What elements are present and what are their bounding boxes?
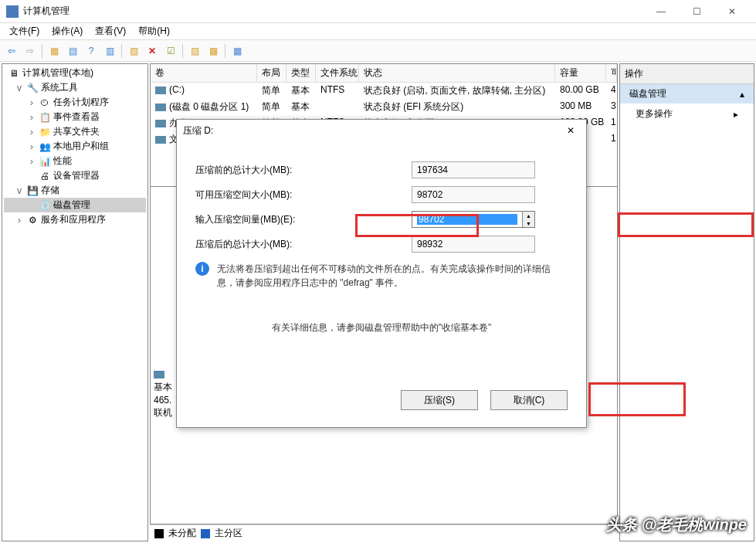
tree-label: 计算机管理(本地) xyxy=(22,66,93,80)
tree-shared-folders[interactable]: ›📁共享文件夹 xyxy=(4,124,146,139)
tree-label: 设备管理器 xyxy=(53,169,100,182)
spinner-up[interactable]: ▲ xyxy=(522,212,534,219)
expand-icon[interactable]: › xyxy=(27,127,36,137)
caret-up-icon: ▴ xyxy=(740,89,744,100)
tree-storage[interactable]: v💾存储 xyxy=(4,183,146,198)
collapse-icon[interactable]: v xyxy=(15,185,24,196)
legend: 未分配 主分区 xyxy=(150,524,618,541)
dialog-titlebar: 压缩 D: ✕ xyxy=(177,120,586,141)
tree-services[interactable]: ›⚙服务和应用程序 xyxy=(4,212,146,227)
menu-bar: 文件(F) 操作(A) 查看(V) 帮助(H) xyxy=(0,23,756,40)
forward-button[interactable]: ⇨ xyxy=(22,42,39,59)
tree-label: 存储 xyxy=(41,184,59,197)
actions-section-label: 磁盘管理 xyxy=(629,87,666,100)
toolbar: ⇦ ⇨ ▦ ▤ ? ▥ ▧ ✕ ☑ ▨ ▩ ▦ xyxy=(0,40,756,62)
available-size-value: 98702 xyxy=(412,186,535,203)
info-text-2: 有关详细信息，请参阅磁盘管理帮助中的"收缩基本卷" xyxy=(272,321,492,334)
tree-label: 事件查看器 xyxy=(53,110,100,124)
col-volume[interactable]: 卷 xyxy=(151,64,257,82)
menu-help[interactable]: 帮助(H) xyxy=(132,23,176,39)
navigation-tree: 🖥计算机管理(本地) v🔧系统工具 ›⏲任务计划程序 ›📋事件查看器 ›📁共享文… xyxy=(2,63,148,541)
disk-icon xyxy=(154,371,164,378)
delete-icon: ✕ xyxy=(148,46,156,56)
col-extra[interactable]: 可 xyxy=(606,64,617,82)
disk-icon: 💿 xyxy=(39,199,51,212)
app-icon xyxy=(6,5,19,18)
cancel-button[interactable]: 取消(C) xyxy=(490,390,568,410)
col-capacity[interactable]: 容量 xyxy=(555,64,606,82)
actions-header: 操作 xyxy=(620,64,754,84)
tree-disk-management[interactable]: 💿磁盘管理 xyxy=(4,198,146,212)
arrow-left-icon: ⇦ xyxy=(8,46,15,56)
tb-btn-2[interactable]: ▤ xyxy=(64,42,81,59)
device-icon: 🖨 xyxy=(39,170,51,182)
legend-unallocated-label: 未分配 xyxy=(168,527,196,540)
col-status[interactable]: 状态 xyxy=(359,64,555,82)
col-layout[interactable]: 布局 xyxy=(257,64,286,82)
collapse-icon[interactable]: v xyxy=(15,83,24,93)
after-size-label: 压缩后的总计大小(MB): xyxy=(195,238,412,251)
actions-more[interactable]: 更多操作▸ xyxy=(620,104,754,124)
clock-icon: ⏲ xyxy=(39,97,51,109)
tree-local-users[interactable]: ›👥本地用户和组 xyxy=(4,139,146,154)
dialog-title: 压缩 D: xyxy=(183,124,561,137)
computer-icon: 🖥 xyxy=(8,67,20,80)
volume-row[interactable]: (C:)简单基本NTFS状态良好 (启动, 页面文件, 故障转储, 主分区)80… xyxy=(151,83,617,99)
input-size-label: 输入压缩空间量(MB)(E): xyxy=(195,213,412,226)
actions-section[interactable]: 磁盘管理▴ xyxy=(620,84,754,104)
tree-label: 服务和应用程序 xyxy=(41,213,106,226)
tree-label: 本地用户和组 xyxy=(53,140,109,153)
tree-performance[interactable]: ›📊性能 xyxy=(4,154,146,168)
disk-info: 基本 465. 联机 xyxy=(154,368,172,414)
shrink-dialog: 压缩 D: ✕ 压缩前的总计大小(MB): 197634 可用压缩空间大小(MB… xyxy=(176,119,587,428)
available-size-label: 可用压缩空间大小(MB): xyxy=(195,188,412,202)
tb-btn-8[interactable]: ▨ xyxy=(186,42,203,59)
col-fs[interactable]: 文件系统 xyxy=(316,64,359,82)
menu-view[interactable]: 查看(V) xyxy=(89,23,132,39)
delete-button[interactable]: ✕ xyxy=(144,42,161,59)
tree-system-tools[interactable]: v🔧系统工具 xyxy=(4,80,146,95)
tree-device-manager[interactable]: 🖨设备管理器 xyxy=(4,168,146,183)
menu-action[interactable]: 操作(A) xyxy=(46,23,89,39)
spinner-down[interactable]: ▼ xyxy=(522,219,534,227)
window-title: 计算机管理 xyxy=(23,5,643,18)
tb-btn-4[interactable]: ▥ xyxy=(101,42,118,59)
legend-primary-icon xyxy=(201,529,210,538)
tb-btn-9[interactable]: ▩ xyxy=(205,42,222,59)
expand-icon[interactable]: › xyxy=(27,112,36,123)
tb-btn-5[interactable]: ▧ xyxy=(125,42,142,59)
back-button[interactable]: ⇦ xyxy=(3,42,20,59)
expand-icon[interactable]: › xyxy=(15,215,24,226)
maximize-button[interactable]: ☐ xyxy=(679,0,714,23)
close-button[interactable]: ✕ xyxy=(714,0,750,23)
tree-label: 性能 xyxy=(53,154,72,168)
dialog-close-button[interactable]: ✕ xyxy=(561,121,580,140)
tree-label: 共享文件夹 xyxy=(53,125,100,138)
disk-size-label: 465. xyxy=(154,394,172,407)
before-size-label: 压缩前的总计大小(MB): xyxy=(195,164,412,177)
disk-status-label: 联机 xyxy=(154,406,172,419)
tree-label: 系统工具 xyxy=(41,81,78,94)
actions-panel: 操作 磁盘管理▴ 更多操作▸ xyxy=(619,63,754,541)
minimize-button[interactable]: — xyxy=(643,0,679,23)
expand-icon[interactable]: › xyxy=(27,97,36,108)
tree-event-viewer[interactable]: ›📋事件查看器 xyxy=(4,110,146,124)
tb-btn-7[interactable]: ☑ xyxy=(162,42,179,59)
info-icon: i xyxy=(195,262,209,276)
shrink-amount-input[interactable] xyxy=(417,214,517,225)
tree-task-scheduler[interactable]: ›⏲任务计划程序 xyxy=(4,95,146,110)
shrink-button[interactable]: 压缩(S) xyxy=(401,390,478,410)
volume-header: 卷 布局 类型 文件系统 状态 容量 可 xyxy=(151,64,617,83)
tb-btn-1[interactable]: ▦ xyxy=(46,42,63,59)
tree-label: 磁盘管理 xyxy=(53,199,90,212)
expand-icon[interactable]: › xyxy=(27,156,36,167)
tb-btn-10[interactable]: ▦ xyxy=(229,42,246,59)
expand-icon[interactable]: › xyxy=(27,141,36,152)
tb-btn-3[interactable]: ? xyxy=(83,42,100,59)
col-type[interactable]: 类型 xyxy=(286,64,316,82)
menu-file[interactable]: 文件(F) xyxy=(3,23,46,39)
volume-row[interactable]: (磁盘 0 磁盘分区 1)简单基本状态良好 (EFI 系统分区)300 MB3 xyxy=(151,99,617,115)
close-icon: ✕ xyxy=(567,125,575,136)
folder-icon: 📁 xyxy=(39,126,51,138)
tree-root[interactable]: 🖥计算机管理(本地) xyxy=(4,66,146,80)
